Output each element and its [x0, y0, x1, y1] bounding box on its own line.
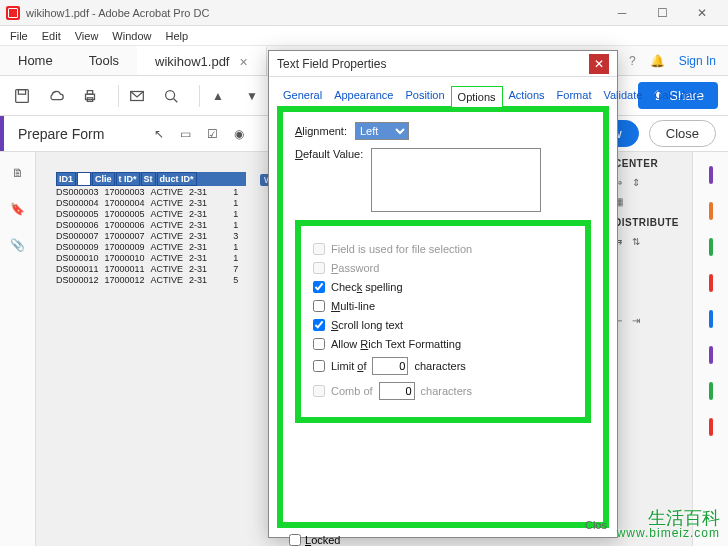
align-right-icon[interactable]: ⇥	[632, 315, 640, 326]
page-down-icon[interactable]: ▼	[240, 84, 264, 108]
close-prepare-button[interactable]: Close	[649, 120, 716, 147]
menu-file[interactable]: File	[4, 28, 34, 44]
comb-of-checkbox	[313, 385, 325, 397]
svg-point-6	[166, 90, 175, 99]
notifications-bell-icon[interactable]: 🔔	[650, 54, 665, 68]
prepare-form-label: Prepare Form	[4, 126, 134, 142]
comb-characters-input[interactable]	[379, 382, 415, 400]
tool-chip-5[interactable]	[709, 310, 713, 328]
field-clientid[interactable]: t ID*	[116, 172, 140, 186]
tool-chip-8[interactable]	[709, 418, 713, 436]
tool-chip-1[interactable]	[709, 166, 713, 184]
help-icon[interactable]: ?	[629, 54, 636, 68]
window-minimize-button[interactable]: ─	[602, 0, 642, 26]
menu-view[interactable]: View	[69, 28, 105, 44]
menu-edit[interactable]: Edit	[36, 28, 67, 44]
svg-line-7	[174, 98, 178, 102]
tab-document-close-icon[interactable]: ×	[239, 54, 247, 70]
dialog-tab-actions[interactable]: Actions	[503, 85, 551, 106]
cloud-icon[interactable]	[44, 84, 68, 108]
tool-chip-4[interactable]	[709, 274, 713, 292]
field-blank[interactable]	[77, 172, 91, 186]
radio-tool-icon[interactable]: ◉	[234, 127, 244, 141]
multiline-checkbox[interactable]	[313, 300, 325, 312]
dialog-tab-general[interactable]: General	[277, 85, 328, 106]
toolbar-divider	[199, 85, 200, 107]
window-close-button[interactable]: ✕	[682, 0, 722, 26]
dialog-tab-appearance[interactable]: Appearance	[328, 85, 399, 106]
sign-in-link[interactable]: Sign In	[679, 54, 716, 68]
dialog-tab-position[interactable]: Position	[399, 85, 450, 106]
pointer-tool-icon[interactable]: ↖	[154, 127, 164, 141]
default-value-textarea[interactable]	[371, 148, 541, 212]
file-selection-label: Field is used for file selection	[331, 243, 472, 255]
rich-text-label: Allow Rich Text Formatting	[331, 338, 461, 350]
field-client[interactable]: Clie	[92, 172, 115, 186]
scroll-long-text-checkbox[interactable]	[313, 319, 325, 331]
distribute-heading: DISTRIBUTE	[614, 211, 684, 232]
attachments-icon[interactable]: 📎	[10, 238, 25, 252]
dialog-close-button[interactable]: ✕	[589, 54, 609, 74]
tool-chip-3[interactable]	[709, 238, 713, 256]
tool-chip-7[interactable]	[709, 382, 713, 400]
dialog-tab-format[interactable]: Format	[551, 85, 598, 106]
form-tool-icons: ↖ ▭ ☑ ◉	[154, 127, 244, 141]
bookmarks-icon[interactable]: 🔖	[10, 202, 25, 216]
print-icon[interactable]	[78, 84, 102, 108]
check-spelling-checkbox[interactable]	[313, 281, 325, 293]
rich-text-checkbox[interactable]	[313, 338, 325, 350]
field-productid[interactable]: duct ID*	[157, 172, 197, 186]
email-icon[interactable]	[125, 84, 149, 108]
scroll-long-text-label: Scroll long text	[331, 319, 403, 331]
page-up-icon[interactable]: ▲	[206, 84, 230, 108]
tool-chip-2[interactable]	[709, 202, 713, 220]
field-id1[interactable]: ID1	[56, 172, 76, 186]
tool-chip-6[interactable]	[709, 346, 713, 364]
menu-window[interactable]: Window	[106, 28, 157, 44]
tab-tools[interactable]: Tools	[71, 46, 137, 75]
tab-home[interactable]: Home	[0, 46, 71, 75]
field-st[interactable]: St	[141, 172, 156, 186]
menu-help[interactable]: Help	[159, 28, 194, 44]
dialog-tab-validate[interactable]: Validate	[597, 85, 648, 106]
watermark: 生活百科 www.bimeiz.com	[617, 509, 720, 540]
checkbox-tool-icon[interactable]: ☑	[207, 127, 218, 141]
svg-rect-3	[87, 90, 92, 94]
search-icon[interactable]	[159, 84, 183, 108]
dialog-titlebar[interactable]: Text Field Properties ✕	[269, 51, 617, 77]
dialog-tab-options[interactable]: Options	[451, 86, 503, 107]
text-field-properties-dialog: Text Field Properties ✕ General Appearan…	[268, 50, 618, 538]
limit-of-label: Limit of	[331, 360, 366, 372]
text-field-tool-icon[interactable]: ▭	[180, 127, 191, 141]
limit-of-checkbox[interactable]	[313, 360, 325, 372]
check-spelling-label: Check spelling	[331, 281, 403, 293]
characters-label-2: characters	[421, 385, 472, 397]
locked-checkbox[interactable]	[289, 534, 301, 546]
tab-document-label: wikihow1.pdf	[155, 54, 229, 69]
right-tools-rail	[692, 152, 728, 546]
alignment-label: Alignment:	[295, 125, 347, 137]
window-titlebar: wikihow1.pdf - Adobe Acrobat Pro DC ─ ☐ …	[0, 0, 728, 26]
window-maximize-button[interactable]: ☐	[642, 0, 682, 26]
watermark-text: 生活百科	[617, 509, 720, 528]
form-fields-header[interactable]: ID1 Clie t ID* St duct ID*	[56, 172, 246, 186]
distribute-v-icon[interactable]: ⇅	[632, 236, 640, 247]
password-label: Password	[331, 262, 379, 274]
limit-characters-input[interactable]	[372, 357, 408, 375]
file-selection-checkbox	[313, 243, 325, 255]
watermark-url: www.bimeiz.com	[617, 527, 720, 540]
toolbar-divider	[118, 85, 119, 107]
tab-document[interactable]: wikihow1.pdf ×	[137, 46, 267, 75]
save-icon[interactable]	[10, 84, 34, 108]
align-center-v-icon[interactable]: ⇕	[632, 177, 640, 188]
menu-bar: File Edit View Window Help	[0, 26, 728, 46]
dialog-tab-calculate[interactable]: Calculate	[648, 85, 706, 106]
comb-of-label: Comb of	[331, 385, 373, 397]
dialog-close-text[interactable]: Clos	[585, 519, 607, 531]
locked-label: Locked	[305, 534, 340, 546]
options-checkbox-group: Field is used for file selection Passwor…	[295, 220, 591, 423]
thumbnails-icon[interactable]: 🗎	[12, 166, 24, 180]
acrobat-app-icon	[6, 6, 20, 20]
alignment-select[interactable]: Left	[355, 122, 409, 140]
dialog-title-label: Text Field Properties	[277, 57, 386, 71]
